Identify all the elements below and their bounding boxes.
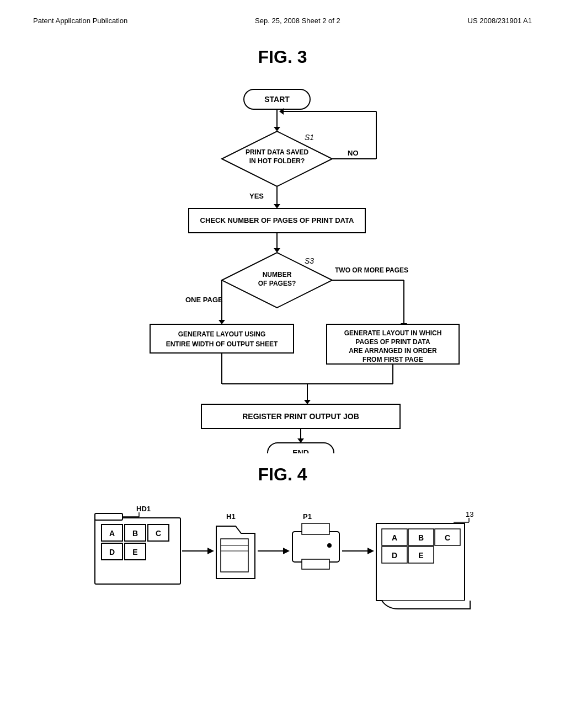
svg-text:GENERATE LAYOUT IN WHICH: GENERATE LAYOUT IN WHICH [344,329,442,337]
svg-text:ENTIRE WIDTH OF OUTPUT SHEET: ENTIRE WIDTH OF OUTPUT SHEET [166,340,278,348]
svg-text:C: C [445,533,450,542]
svg-marker-20 [274,248,280,253]
patent-header: Patent Application Publication Sep. 25, … [33,17,532,25]
fig4-title: FIG. 4 [33,464,532,485]
svg-text:H1: H1 [226,512,236,521]
svg-rect-72 [221,539,248,572]
svg-text:NUMBER: NUMBER [263,271,292,279]
svg-rect-78 [292,532,339,562]
svg-text:FROM FIRST PAGE: FROM FIRST PAGE [363,356,423,363]
fig4-svg: HD1 A B C D E H1 [56,496,509,617]
svg-text:13: 13 [466,510,473,518]
svg-marker-70 [207,548,214,554]
svg-text:IN HOT FOLDER?: IN HOT FOLDER? [249,157,305,165]
svg-point-81 [327,543,332,548]
svg-text:REGISTER PRINT OUTPUT JOB: REGISTER PRINT OUTPUT JOB [242,412,359,421]
fig3-flowchart: START S1 PRINT DATA SAVED IN HOT FOLDER?… [33,78,532,453]
svg-text:P1: P1 [303,512,312,521]
fig4-diagram: HD1 A B C D E H1 [33,496,532,617]
svg-rect-29 [150,324,294,353]
svg-text:S3: S3 [305,256,314,265]
svg-text:OF PAGES?: OF PAGES? [258,280,296,287]
svg-text:ARE ARRANGED IN ORDER: ARE ARRANGED IN ORDER [349,347,437,355]
header-left: Patent Application Publication [33,17,127,25]
svg-text:B: B [132,529,138,538]
svg-marker-26 [218,320,225,324]
fig3-svg: START S1 PRINT DATA SAVED IN HOT FOLDER?… [95,78,470,453]
svg-text:PAGES OF PRINT DATA: PAGES OF PRINT DATA [355,338,430,346]
svg-marker-83 [367,548,374,554]
svg-text:ONE PAGE: ONE PAGE [185,296,223,304]
header-right: US 2008/231901 A1 [468,17,532,25]
svg-text:C: C [156,529,161,538]
svg-text:PRINT DATA SAVED: PRINT DATA SAVED [246,148,309,156]
page: Patent Application Publication Sep. 25, … [0,0,565,728]
svg-text:A: A [109,529,115,538]
svg-text:S1: S1 [305,133,314,142]
svg-marker-3 [274,127,280,131]
svg-marker-14 [274,204,280,208]
svg-text:B: B [418,533,424,542]
header-middle: Sep. 25, 2008 Sheet 2 of 2 [255,17,340,25]
svg-text:TWO OR MORE PAGES: TWO OR MORE PAGES [335,266,408,274]
svg-marker-51 [297,438,304,443]
svg-text:END: END [292,448,309,453]
svg-text:START: START [264,95,290,104]
svg-text:HD1: HD1 [136,505,151,513]
svg-text:E: E [418,551,423,560]
svg-text:CHECK NUMBER OF PAGES OF PRINT: CHECK NUMBER OF PAGES OF PRINT DATA [200,216,354,224]
svg-text:YES: YES [249,192,264,200]
svg-rect-79 [302,523,329,534]
svg-marker-76 [283,548,290,554]
svg-rect-80 [302,559,329,569]
svg-rect-58 [95,513,122,520]
svg-text:NO: NO [348,149,359,157]
svg-text:E: E [132,548,137,556]
svg-text:GENERATE LAYOUT USING: GENERATE LAYOUT USING [178,330,266,338]
svg-text:A: A [392,533,397,542]
fig3-title: FIG. 3 [33,47,532,67]
svg-marker-46 [304,400,311,404]
svg-text:D: D [109,548,115,556]
svg-text:D: D [392,551,397,560]
